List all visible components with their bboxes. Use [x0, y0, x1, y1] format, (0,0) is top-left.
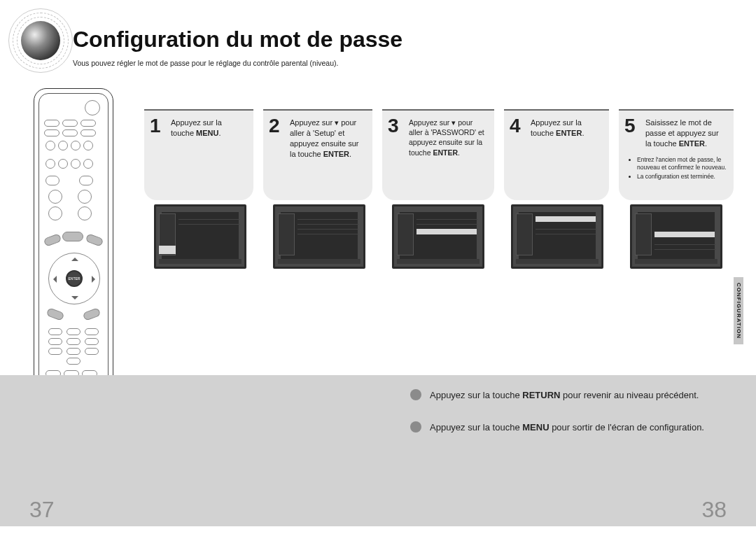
note-text: Appuyez sur la touche RETURN pour reveni… — [430, 390, 699, 400]
step-1-card: 1 Appuyez sur la touche MENU. — [144, 109, 253, 200]
note-menu: Appuyez sur la touche MENU pour sortir d… — [410, 421, 704, 433]
step-3-card: 3 Appuyez sur ▾ pour aller à 'PASSWORD' … — [382, 109, 494, 200]
note-text: Appuyez sur la touche MENU pour sortir d… — [430, 422, 704, 433]
step-number: 2 — [269, 115, 280, 137]
tv-screenshot-5 — [630, 204, 722, 269]
step-4-card: 4 Appuyez sur la touche ENTER. — [504, 109, 609, 200]
remote-enter-button: ENTER — [66, 270, 83, 287]
step-number: 1 — [150, 115, 161, 137]
page-title: Configuration du mot de passe — [73, 27, 402, 52]
step-2-card: 2 Appuyez sur ▾ pour aller à 'Setup' et … — [263, 109, 372, 200]
step-5-card: 5 Saisissez le mot de passe et appuyez s… — [619, 109, 734, 200]
page-number-right: 38 — [701, 497, 727, 523]
page-subtitle: Vous pouvez régler le mot de passe pour … — [73, 59, 338, 67]
bullet-icon — [410, 421, 421, 433]
step-bullets: Entrez l'ancien mot de passe, le nouveau… — [630, 156, 727, 181]
step-number: 3 — [388, 115, 399, 137]
tv-screenshot-2 — [273, 204, 365, 269]
step-text: Appuyez sur la touche ENTER. — [531, 118, 602, 139]
steps-row: 1 Appuyez sur la touche MENU. 2 Appuyez … — [144, 109, 734, 200]
step-text: Appuyez sur ▾ pour aller à 'Setup' et ap… — [290, 118, 365, 159]
note-return: Appuyez sur la touche RETURN pour reveni… — [410, 389, 699, 400]
step-number: 4 — [510, 115, 521, 137]
step-number: 5 — [624, 115, 636, 137]
section-tab-configuration: CONFIGURATION — [734, 277, 743, 344]
section-tab-label: CONFIGURATION — [736, 283, 742, 339]
step-text: Saisissez le mot de passe et appuyez sur… — [645, 118, 727, 149]
screens-row — [154, 204, 722, 269]
step-text: Appuyez sur ▾ pour aller à 'PASSWORD' et… — [409, 118, 487, 157]
speaker-decoration — [8, 8, 73, 73]
bullet-item: La configuration est terminée. — [637, 173, 727, 181]
bullet-icon — [410, 389, 421, 400]
tv-screenshot-1 — [154, 204, 246, 269]
remote-control-illustration: ENTER — [34, 88, 113, 419]
step-text: Appuyez sur la touche MENU. — [171, 118, 246, 139]
tv-screenshot-3 — [392, 204, 484, 269]
tv-screenshot-4 — [511, 204, 603, 269]
page-number-left: 37 — [29, 497, 55, 523]
bullet-item: Entrez l'ancien mot de passe, le nouveau… — [637, 156, 727, 172]
